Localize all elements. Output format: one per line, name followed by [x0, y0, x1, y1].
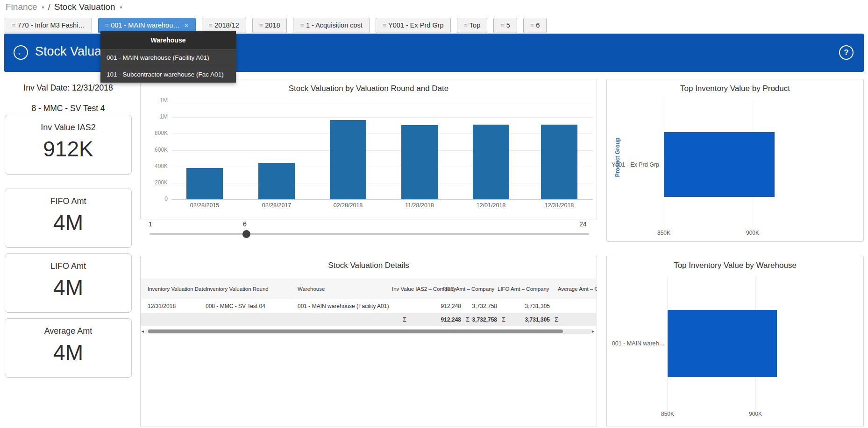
- breadcrumb-separator: /: [48, 2, 50, 12]
- kpi-label: LIFO Amt: [50, 261, 86, 271]
- kpi-card-0: Inv Value IAS2912K: [5, 115, 132, 175]
- total-cell: 3,731,305: [494, 316, 550, 323]
- kpi-value: 912K: [43, 136, 93, 161]
- top-inventory-product-panel: Top Inventory Value by Product Product G…: [606, 79, 864, 242]
- sum-sigma-icon: Σ: [555, 316, 558, 323]
- y-axis-tick-label: 1M: [142, 97, 168, 104]
- x-axis-tick-label: 02/28/2015: [174, 202, 235, 209]
- category-label: 001 - MAIN wareh…: [607, 340, 665, 347]
- stock-valuation-details-panel: Stock Valuation Details Inventory Valuat…: [140, 256, 597, 427]
- x-axis-tick-label: 11/28/2018: [389, 202, 450, 209]
- breadcrumb-section[interactable]: Finance: [6, 2, 37, 12]
- bar-12/31/2018[interactable]: [541, 125, 577, 199]
- filter-chip-label: = 1 - Acquisition cost: [300, 18, 362, 33]
- x-axis-tick-label: 900K: [739, 230, 767, 236]
- kpi-label: FIFO Amt: [50, 196, 86, 206]
- column-header-6[interactable]: Average Amt – Co: [558, 279, 597, 299]
- dropdown-item-1[interactable]: 101 - Subcontractor warehouse (Fac A01): [100, 66, 236, 83]
- stock-valuation-dashboard: Finance ▾ / Stock Valuation ▾ = 770 - In…: [0, 0, 868, 428]
- filter-chip-3[interactable]: = 2018: [252, 18, 287, 33]
- filter-chip-4[interactable]: = 1 - Acquisition cost: [293, 18, 369, 33]
- y-axis-tick-label: 0: [142, 196, 168, 202]
- chart-title: Top Inventory Value by Warehouse: [607, 261, 863, 270]
- cell: 12/31/2018: [148, 303, 176, 309]
- y-axis-tick-label: 400K: [142, 163, 168, 169]
- chart-title: Top Inventory Value by Product: [607, 84, 863, 93]
- filter-chip-5[interactable]: = Y001 - Ex Prd Grp: [376, 18, 451, 33]
- close-icon[interactable]: ✕: [184, 23, 189, 28]
- x-axis-tick-label: 850K: [650, 230, 678, 236]
- filter-chip-label: = 001 - MAIN warehou…: [105, 18, 180, 33]
- stock-valuation-chart-panel: Stock Valuation by Valuation Round and D…: [140, 79, 597, 219]
- back-arrow-icon: ←: [17, 48, 25, 57]
- back-button[interactable]: ←: [14, 45, 28, 60]
- y-axis-tick-label: 200K: [142, 179, 168, 186]
- kpi-value: 4M: [53, 275, 83, 300]
- gridline: [171, 167, 593, 167]
- scroll-right-icon[interactable]: ▸: [592, 329, 594, 334]
- kpi-label: Inv Value IAS2: [41, 123, 96, 133]
- x-axis-tick-label: 12/01/2018: [461, 202, 521, 209]
- slider-min-label: 1: [149, 220, 152, 228]
- dropdown-item-list: 001 - MAIN warehouse (Facility A01)101 -…: [100, 49, 236, 83]
- x-axis-tick-label: 02/28/2018: [318, 202, 378, 209]
- gridline: [171, 133, 593, 134]
- table-header-row: Inventory Valuation DateInventory Valuat…: [141, 279, 596, 299]
- bar-02/28/2018[interactable]: [330, 120, 366, 199]
- y-axis-tick-label: 600K: [142, 147, 168, 153]
- bar-02/28/2015[interactable]: [186, 168, 223, 199]
- filter-chip-label: = Y001 - Ex Prd Grp: [383, 18, 444, 33]
- range-slider-track[interactable]: [149, 233, 589, 235]
- gridline: [171, 199, 593, 200]
- x-axis-tick-label: 12/31/2018: [529, 202, 590, 209]
- x-axis-tick-label: 900K: [741, 411, 769, 417]
- filter-chip-0[interactable]: = 770 - Infor M3 Fashi…: [5, 18, 92, 33]
- slider-current-label: 6: [243, 220, 247, 228]
- filter-chip-bar: = 770 - Infor M3 Fashi…= 001 - MAIN ware…: [5, 18, 547, 33]
- warehouse-filter-dropdown: Warehouse 001 - MAIN warehouse (Facility…: [100, 31, 236, 83]
- kpi-value: 4M: [53, 210, 83, 235]
- kpi-card-2: LIFO Amt4M: [5, 253, 132, 313]
- table-summary-row: ΣΣΣΣ912,2483,732,7583,731,305: [141, 314, 596, 326]
- column-header-2[interactable]: Warehouse: [298, 279, 325, 299]
- help-button[interactable]: ?: [839, 45, 854, 60]
- gridline: [171, 150, 593, 151]
- chart-title: Stock Valuation by Valuation Round and D…: [141, 84, 597, 93]
- bar-11/28/2018[interactable]: [401, 125, 438, 199]
- bar-Y001 - Ex Prd Grp[interactable]: [664, 132, 775, 197]
- filter-chip-label: = 770 - Infor M3 Fashi…: [12, 18, 85, 33]
- filter-chip-8[interactable]: = 6: [523, 18, 547, 33]
- filter-chip-6[interactable]: = Top: [457, 18, 488, 33]
- bar-001 - MAIN wareh…[interactable]: [668, 310, 777, 377]
- column-header-1[interactable]: Inventory Valuation Round: [206, 279, 269, 299]
- table-row: 12/31/2018008 - MMC - SV Test 04001 - MA…: [141, 299, 596, 314]
- valuation-round-text: 8 - MMC - SV Test 4: [5, 104, 132, 113]
- bar-02/28/2017[interactable]: [258, 163, 295, 199]
- column-header-5[interactable]: LIFO Amt – Company: [498, 279, 549, 299]
- range-slider-handle[interactable]: [242, 230, 250, 238]
- column-header-4[interactable]: FIFO Amt – Company: [442, 279, 494, 299]
- kpi-card-1: FIFO Amt4M: [5, 189, 132, 248]
- cell-numeric: 3,731,305: [494, 303, 550, 309]
- scroll-left-icon[interactable]: ◂: [142, 329, 144, 334]
- column-header-0[interactable]: Inventory Valuation Date: [148, 279, 206, 299]
- dropdown-item-0[interactable]: 001 - MAIN warehouse (Facility A01): [100, 49, 236, 66]
- cell: 008 - MMC - SV Test 04: [206, 303, 265, 309]
- gridline: [171, 117, 593, 118]
- breadcrumb-page[interactable]: Stock Valuation: [54, 2, 115, 12]
- chevron-down-icon: ▾: [120, 5, 122, 10]
- x-axis-tick-label: 02/28/2017: [246, 202, 307, 209]
- slider-max-label: 24: [579, 220, 587, 228]
- inv-val-date-text: Inv Val Date: 12/31/2018: [5, 83, 132, 93]
- filter-chip-label: = 2018/12: [209, 18, 239, 33]
- kpi-card-3: Average Amt4M: [5, 318, 132, 378]
- y-axis-tick-label: 800K: [142, 130, 168, 136]
- filter-chip-label: = 6: [530, 18, 540, 33]
- horizontal-scrollbar-thumb[interactable]: [148, 330, 563, 333]
- dropdown-title: Warehouse: [100, 31, 236, 49]
- filter-chip-7[interactable]: = 5: [493, 18, 517, 33]
- table-title: Stock Valuation Details: [141, 261, 597, 270]
- question-mark-icon: ?: [844, 48, 848, 57]
- bar-12/01/2018[interactable]: [473, 125, 509, 199]
- category-label: Y001 - Ex Prd Grp: [607, 161, 659, 168]
